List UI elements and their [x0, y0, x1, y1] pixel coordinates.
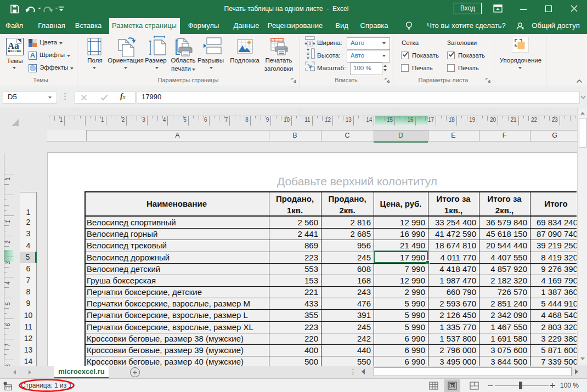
svg-text:Aa: Aa	[8, 41, 19, 51]
